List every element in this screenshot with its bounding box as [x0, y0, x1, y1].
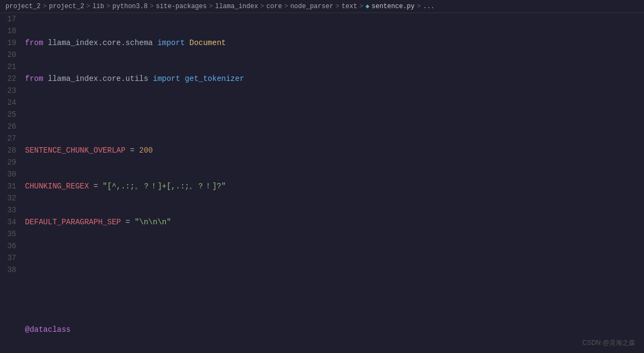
line-number: 35 [4, 228, 16, 240]
line-number: 23 [4, 85, 16, 97]
line-number: 17 [4, 13, 16, 25]
breadcrumb-sep: > [260, 3, 264, 10]
breadcrumb-item: lib [92, 3, 104, 10]
breadcrumb-item: text [342, 3, 358, 10]
line-number: 32 [4, 192, 16, 204]
breadcrumb-sep: > [86, 3, 90, 10]
line-number: 22 [4, 73, 16, 85]
file-icon: ◆ [366, 2, 370, 10]
breadcrumb-sep: > [335, 3, 339, 10]
code-line: CHUNKING_REGEX = "[^,.:;。？！]+[,.:;。？！]?" [25, 180, 644, 192]
breadcrumb-sep: > [107, 3, 110, 10]
line-number: 28 [4, 144, 16, 156]
line-number: 29 [4, 156, 16, 168]
code-line: DEFAULT_PARAGRAPH_SEP = "\n\n\n" [25, 216, 644, 228]
code-line: @dataclass [25, 324, 644, 336]
watermark: CSDN @灵海之森 [582, 338, 635, 348]
line-numbers: 17 18 19 20 21 22 23 24 25 26 27 28 29 3… [0, 13, 23, 353]
breadcrumb-sep: > [359, 3, 363, 10]
breadcrumb-sep: > [150, 3, 154, 10]
code-line [25, 109, 644, 121]
breadcrumb-item: site-packages [156, 3, 207, 10]
code-editor: 17 18 19 20 21 22 23 24 25 26 27 28 29 3… [0, 13, 644, 353]
line-number: 36 [4, 240, 16, 252]
line-number: 37 [4, 252, 16, 264]
line-number: 20 [4, 49, 16, 61]
breadcrumb-sep: > [209, 3, 212, 10]
breadcrumb-sep: > [417, 3, 421, 10]
breadcrumb-item: node_parser [290, 3, 333, 10]
line-number: 31 [4, 180, 16, 192]
line-number: 18 [4, 25, 16, 37]
breadcrumb-item: ... [423, 3, 435, 10]
code-line [25, 252, 644, 264]
line-number: 38 [4, 264, 16, 276]
line-number: 30 [4, 168, 16, 180]
breadcrumb-item: project_2 [49, 3, 84, 10]
line-number: 33 [4, 204, 16, 216]
code-line: SENTENCE_CHUNK_OVERLAP = 200 [25, 144, 644, 156]
breadcrumb-sep: > [43, 3, 47, 10]
code-line: from llama_index.core.utils import get_t… [25, 73, 644, 85]
line-number: 25 [4, 109, 16, 121]
line-number: 27 [4, 133, 16, 144]
breadcrumb-sep: > [284, 3, 288, 10]
breadcrumb-item: llama_index [215, 3, 258, 10]
breadcrumb-item: core [266, 3, 282, 10]
breadcrumb-item: project_2 [5, 3, 41, 10]
line-number: 24 [4, 97, 16, 109]
code-line: from llama_index.core.schema import Docu… [25, 37, 644, 49]
breadcrumb: project_2 > project_2 > lib > python3.8 … [0, 0, 644, 13]
code-line [25, 288, 644, 300]
line-number: 21 [4, 61, 16, 73]
line-number: 34 [4, 216, 16, 228]
breadcrumb-filename: sentence.py [372, 3, 415, 10]
breadcrumb-item: python3.8 [112, 3, 148, 10]
code-content[interactable]: from llama_index.core.schema import Docu… [23, 13, 644, 353]
line-number: 26 [4, 121, 16, 133]
line-number: 19 [4, 37, 16, 49]
